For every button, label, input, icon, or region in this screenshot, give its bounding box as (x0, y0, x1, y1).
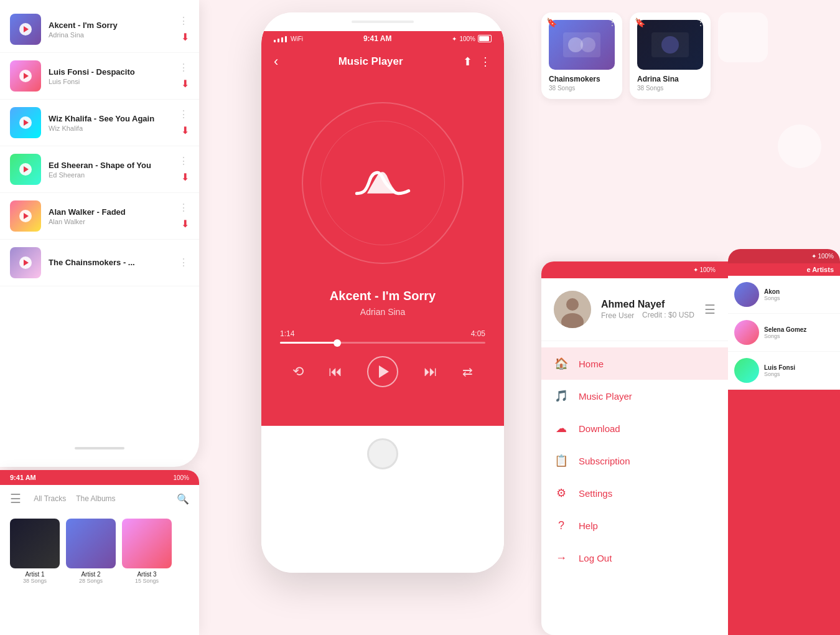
notch-bar (352, 21, 414, 23)
center-phone: WiFi 9:41 AM ✦ 100% ‹ Music Player ⬆ ⋮ (261, 12, 504, 573)
download-cloud-icon[interactable]: ⬇ (181, 171, 189, 183)
tab-all-tracks[interactable]: All Tracks (34, 494, 66, 503)
current-song-artist: Adrian Sina (360, 307, 405, 317)
bookmark-icon[interactable]: 🔖 (546, 17, 557, 27)
play-button-mini[interactable] (19, 163, 32, 176)
list-item[interactable]: Akcent - I'm Sorry Adrina Sina ⋮ ⬇ (0, 6, 199, 53)
song-title: Akcent - I'm Sorry (49, 21, 171, 30)
song-actions: ⋮ ⬇ (179, 203, 189, 230)
menu-item-settings[interactable]: ⚙ Settings (541, 477, 728, 509)
menu-label-logout: Log Out (579, 553, 612, 563)
status-bar: WiFi 9:41 AM ✦ 100% (261, 31, 504, 46)
artist-thumbnail (66, 519, 116, 568)
more-options-icon[interactable]: ⋮ (179, 110, 189, 120)
list-item[interactable]: Ed Sheeran - Shape of You Ed Sheeran ⋮ ⬇ (0, 146, 199, 193)
artist-thumb (734, 358, 759, 383)
song-actions: ⋮ ⬇ (179, 63, 189, 90)
user-tier: Free User (601, 311, 634, 320)
artists-grid: Artist 1 38 Songs Artist 2 28 Songs Arti… (0, 512, 199, 590)
artist-name: Artist 1 (10, 571, 60, 578)
download-cloud-icon[interactable]: ⬇ (181, 78, 189, 90)
decorative-card (718, 12, 768, 62)
right-battery: ✦ 100% (811, 253, 834, 260)
signal-bars: WiFi (274, 35, 303, 42)
artist-card[interactable]: Artist 3 15 Songs (122, 519, 172, 584)
menu-item-download[interactable]: ☁ Download (541, 412, 728, 444)
song-title: Ed Sheeran - Shape of You (49, 161, 171, 170)
more-options-icon[interactable]: ⋮ (179, 156, 189, 166)
right-artist-item[interactable]: Akon Songs (728, 276, 840, 314)
total-time: 4:05 (471, 329, 485, 338)
header-actions: ⬆ ⋮ (463, 55, 492, 68)
replay-button[interactable]: ⟲ (292, 364, 304, 380)
album-card[interactable]: 🔖 ⋮ Chainsmokers 38 Songs (541, 12, 622, 99)
song-title: The Chainsmokers - ... (49, 258, 171, 267)
download-cloud-icon[interactable]: ⬇ (181, 31, 189, 43)
more-options-icon[interactable]: ⋮ (179, 258, 189, 268)
home-button[interactable] (367, 438, 398, 469)
current-song-title: Akcent - I'm Sorry (330, 289, 436, 303)
wifi-icon: WiFi (291, 35, 303, 42)
progress-thumb[interactable] (334, 339, 341, 347)
more-options-icon[interactable]: ⋮ (608, 17, 617, 27)
artist-thumb (734, 320, 759, 345)
progress-bar[interactable] (280, 342, 485, 344)
menu-label-help: Help (579, 520, 598, 531)
player-title: Music Player (338, 55, 403, 68)
play-button-mini[interactable] (19, 23, 32, 35)
play-pause-button[interactable] (367, 356, 398, 387)
menu-item-home[interactable]: 🏠 Home (541, 347, 728, 380)
album-cover (637, 20, 703, 70)
download-cloud-icon[interactable]: ⬇ (181, 125, 189, 136)
more-options-icon[interactable]: ⋮ (179, 203, 189, 213)
play-button-mini[interactable] (19, 116, 32, 129)
search-icon[interactable]: 🔍 (177, 493, 189, 505)
hamburger-menu-icon[interactable]: ☰ (704, 302, 716, 317)
menu-item-musicplayer[interactable]: 🎵 Music Player (541, 380, 728, 412)
menu-item-help[interactable]: ? Help (541, 509, 728, 542)
right-artist-item[interactable]: Selena Gomez Songs (728, 314, 840, 352)
song-thumbnail (10, 14, 41, 45)
list-item[interactable]: Alan Walker - Faded Alan Walker ⋮ ⬇ (0, 193, 199, 240)
next-button[interactable]: ⏭ (424, 364, 437, 380)
right-artists-list: Akon Songs Selena Gomez Songs Luis Fonsi… (728, 276, 840, 390)
artist-songs: 38 Songs (10, 578, 60, 584)
tab-the-albums[interactable]: The Albums (76, 494, 115, 503)
download-cloud-icon[interactable]: ⬇ (181, 218, 189, 230)
menu-item-subscription[interactable]: 📋 Subscription (541, 444, 728, 477)
play-button-mini[interactable] (19, 70, 32, 82)
list-item[interactable]: The Chainsmokers - ... ⋮ (0, 240, 199, 286)
bookmark-icon[interactable]: 🔖 (635, 17, 645, 27)
album-card[interactable]: 🔖 ⋮ Adrina Sina 38 Songs (630, 12, 711, 99)
more-options-icon[interactable]: ⋮ (179, 16, 189, 26)
previous-button[interactable]: ⏮ (329, 364, 342, 380)
albums-section: 🔖 ⋮ Chainsmokers 38 Songs 🔖 ⋮ Ad (541, 0, 840, 111)
play-icon (24, 73, 29, 79)
list-item[interactable]: Wiz Khalifa - See You Again Wiz Khalifa … (0, 100, 199, 146)
more-options-icon[interactable]: ⋮ (696, 17, 706, 27)
song-info: Alan Walker - Faded Alan Walker (41, 207, 179, 225)
menu-item-logout[interactable]: → Log Out (541, 542, 728, 574)
sidebar-battery: ✦ 100% (693, 266, 716, 273)
logout-icon: → (554, 550, 569, 565)
battery-text: 100% (459, 35, 475, 42)
song-actions: ⋮ ⬇ (179, 16, 189, 43)
shuffle-button[interactable]: ⇄ (462, 364, 473, 379)
more-options-icon[interactable]: ⋮ (179, 63, 189, 73)
status-time-center: 9:41 AM (363, 34, 392, 43)
artist-card[interactable]: Artist 1 38 Songs (10, 519, 60, 584)
list-item[interactable]: Luis Fonsi - Despacito Luis Fonsi ⋮ ⬇ (0, 53, 199, 100)
back-button[interactable]: ‹ (274, 54, 278, 70)
play-button-mini[interactable] (19, 256, 32, 269)
right-artist-item[interactable]: Luis Fonsi Songs (728, 352, 840, 390)
play-button-mini[interactable] (19, 210, 32, 222)
artist-card[interactable]: Artist 2 28 Songs (66, 519, 116, 584)
hamburger-icon[interactable]: ☰ (10, 491, 21, 506)
battery-icon (478, 35, 492, 42)
upload-cloud-icon[interactable]: ⬆ (463, 55, 472, 68)
artist-info: Selena Gomez Songs (764, 326, 806, 339)
more-options-icon[interactable]: ⋮ (480, 55, 492, 68)
album-art-container (302, 102, 464, 264)
menu-label-download: Download (579, 423, 620, 434)
tab-the-artists[interactable]: The Artists (126, 494, 164, 503)
